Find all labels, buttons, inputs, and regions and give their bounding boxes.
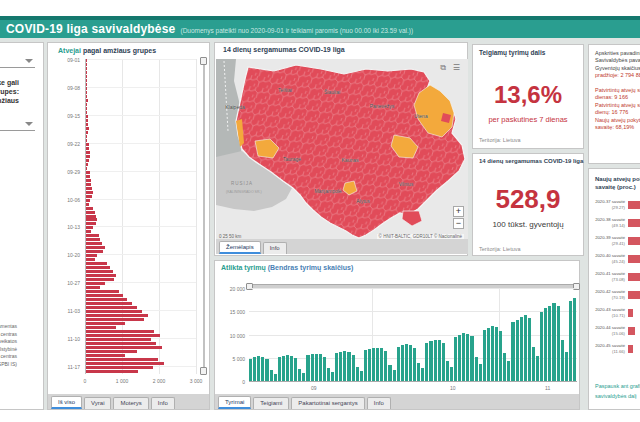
city-label-telšiai: Telšiai [278,87,292,93]
age-tab-2[interactable]: Moterys [113,397,148,409]
dashboard-subtitle: (Duomenys pateikti nuo 2020-09-01 ir tei… [180,27,413,34]
info-line [595,80,640,87]
age-slider-handle-top[interactable] [200,57,207,65]
map-tab-0[interactable]: Žemėlapis [219,241,261,254]
tests-chart-panel: Atlikta tyrimų (Bendras tyrimų skaičius)… [214,260,580,410]
info-line: dienas: 9 166 [595,94,640,101]
city-label-marijampolė: Marijampolė [314,188,341,194]
city-label-kaunas: Kaunas [342,157,359,163]
kpi1-caption: per paskutines 7 dienas [473,115,583,124]
age-tab-3[interactable]: Info [151,397,175,409]
map-panel: 14 dienų sergamumas COVID-19 liga Klaipė… [214,42,468,256]
info-line: Patvirtintų atvejų skaičius per 7 [595,87,640,94]
week-row-0: 2020-37 savaitė(29.27) [589,199,640,215]
age-chart-title-link[interactable]: Atvejai [58,47,81,54]
legend-icon[interactable]: ☰ [453,63,460,72]
map-hint-link-line2[interactable]: savivaldybės dalį [595,393,637,399]
age-tab-0[interactable]: Iš viso [51,396,82,409]
info-line: Naujų atvejų pokytis per [595,117,640,124]
age-slider-handle-bottom[interactable] [200,367,207,375]
kpi1-footer: Teritorija: Lietuva [479,137,521,143]
choropleth-map-svg [216,59,468,241]
age-tab-1[interactable]: Vyrai [84,397,111,409]
tests-tab-3[interactable]: Info [367,397,391,409]
tests-chart-title-link[interactable]: Atlikta tyrimų [221,264,266,271]
week-row-3: 2020-40 savaitė(45.24) [589,253,640,269]
city-label-vilnius: Vilnius [399,181,414,187]
city-label-tauragė: Tauragė [283,156,301,162]
age-chart-zoom-slider[interactable] [203,61,205,371]
age-chart-tabbar: Iš visoVyraiMoterysInfo [48,394,209,409]
week-row-7: 2020-44 savaitė(15.06) [589,325,640,341]
cases-by-date-panel: Atvejai pagal amžiaus grupes 09-0109-080… [47,42,210,410]
positive-share-kpi-panel: Teigiamų tyrimų dalis 13,6% per paskutin… [472,44,584,149]
lithuania-map[interactable]: KlaipėdaTelšiaiŠiauliaiPanevėžysUtenaTau… [216,59,468,241]
map-zoom-out-button[interactable]: − [453,218,464,229]
info-line: savaitę: 68,19% [595,124,640,131]
sidebar-filter-text: Duomenis grafike galifiltruoti pagal gru… [0,78,19,105]
incidence-kpi-panel: 14 dienų sergamumas COVID-19 liga 528,9 … [472,153,584,256]
age-chart-title: Atvejai pagal amžiaus grupes [58,47,156,54]
weekly-change-panel: Naujų atvejų pokytis per savaitę (proc.)… [588,168,640,410]
week-row-4: 2020-41 savaitė(73.08) [589,271,640,287]
tests-tab-2[interactable]: Pakartotinai sergantys [291,397,364,409]
tests-tab-0[interactable]: Tyrimai [218,396,251,409]
week-row-6: 2020-43 savaitė(10.71) [589,307,640,323]
week-row-2: 2020-39 savaitė(29.41) [589,235,640,251]
city-label-panevėžys: Panevėžys [370,103,394,109]
map-tabbar: ŽemėlapisInfo [216,239,468,254]
weeks-title-line1: Naujų atvejų pokytis per [595,175,640,183]
kpi1-value: 13,6% [473,81,583,109]
kpi2-value: 528,9 [473,184,583,215]
kpi2-footer: Teritorija: Lietuva [479,246,521,252]
dashboard-header: COVID-19 liga savivaldybėse (Duomenys pa… [0,20,640,38]
dashboard-title: COVID-19 liga savivaldybėse [6,22,175,36]
map-zoom-in-button[interactable]: + [453,206,464,217]
territory-dropdown[interactable] [0,116,35,131]
russia-sublabel: (KALININGRADO SR.) [226,190,262,194]
city-label-utena: Utena [414,113,427,119]
info-line: Gyventojų skaičius metų [595,65,640,72]
kpi1-title: Teigiamų tyrimų dalis [479,49,545,56]
filter-sidebar: Duomenis grafike galifiltruoti pagal gru… [0,42,44,410]
basemap-icon[interactable]: ⧉ [440,63,446,73]
week-row-8: 2020-45 savaitė(11.66) [589,343,640,359]
info-line: Patvirtintų atvejų skaičius per 14 [595,102,640,109]
map-tab-1[interactable]: Info [263,242,287,254]
map-title: 14 dienų sergamumas COVID-19 liga [223,46,345,53]
info-line: pradžioje: 2 794 885 [595,72,640,79]
kpi2-caption: 100 tūkst. gyventojų [473,220,583,229]
sidebar-sources-text: Šaltiniai: Statistikos departamentasNaci… [0,323,17,369]
russia-label: RUSIJA [231,181,253,186]
chevron-down-icon [25,122,33,126]
info-line: Apskrities pavadinimas: Visos [595,50,640,57]
city-label-alytus: Alytus [356,198,370,204]
tests-chart-tabbar: TyrimaiTeigiamiPakartotinai sergantysInf… [215,394,579,409]
chevron-down-icon [25,59,33,63]
territory-info-panel: Apskrities pavadinimas: VisosSavivaldybė… [588,44,640,164]
week-row-1: 2020-38 savaitė(49.14) [589,217,640,233]
map-hint-link-line1[interactable]: Paspausk ant grafiko ir [595,383,640,389]
age-group-dropdown[interactable] [0,53,35,68]
kpi2-title: 14 dienų sergamumas COVID-19 liga [479,158,583,164]
info-line: dienų: 16 776 [595,109,640,116]
city-label-klaipėda: Klaipėda [225,104,244,110]
info-line: Savivaldybės pavadinimas: Visos [595,57,640,64]
weeks-title-line2: savaitę (proc.) [595,183,640,191]
city-label-šiauliai: Šiauliai [324,89,340,95]
tests-tab-1[interactable]: Teigiami [253,397,289,409]
week-row-5: 2020-42 savaitė(70.19) [589,289,640,305]
